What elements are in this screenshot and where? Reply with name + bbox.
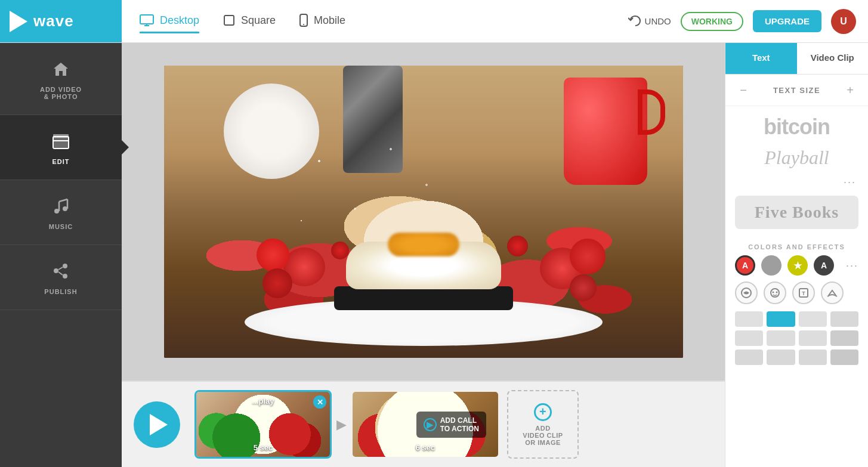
svg-point-15 xyxy=(63,264,67,268)
square-icon xyxy=(223,14,235,26)
sidebar-item-edit[interactable]: EDIT xyxy=(0,115,122,180)
color-cell-2-1[interactable] xyxy=(767,350,795,365)
avatar: U xyxy=(831,9,856,34)
color-red-swatch[interactable]: A xyxy=(735,255,755,276)
berry-left-3 xyxy=(262,268,292,298)
svg-point-22 xyxy=(773,292,774,293)
color-cell-2-2[interactable] xyxy=(799,350,827,365)
svg-rect-3 xyxy=(224,16,234,25)
font-five-books-selected[interactable]: Five Books xyxy=(735,196,858,229)
sidebar-music-label: MUSIC xyxy=(49,223,73,230)
color-cell-0-3[interactable] xyxy=(830,311,858,327)
music-icon xyxy=(49,194,73,218)
sidebar-item-add[interactable]: ADD VIDEO& PHOTO xyxy=(0,43,122,115)
timeline: ✕ ...play 5 sec ▶ 6 sec ▶ ADD CALLTO ACT… xyxy=(122,381,725,467)
sidebar-item-music[interactable]: MUSIC xyxy=(0,180,122,245)
canvas-area: ✕ ...play 5 sec ▶ 6 sec ▶ ADD CALLTO ACT… xyxy=(122,43,725,467)
color-cell-1-3[interactable] xyxy=(830,330,858,346)
home-icon xyxy=(49,57,73,81)
svg-line-18 xyxy=(58,267,63,270)
colors-section-label: COLORS AND EFFECTS xyxy=(725,237,868,255)
tab-mobile[interactable]: Mobile xyxy=(299,9,345,33)
small-berry-1 xyxy=(331,242,349,259)
add-clip-icon: + xyxy=(534,403,552,421)
svg-rect-6 xyxy=(53,137,69,149)
sidebar-publish-label: PUBLISH xyxy=(44,288,77,295)
undo-label: UNDO xyxy=(645,16,671,26)
color-gray-swatch[interactable] xyxy=(761,255,781,276)
lace-object xyxy=(224,83,319,179)
font-five-books-label: Five Books xyxy=(735,203,858,222)
colors-row: A ★ A ··· xyxy=(725,255,868,282)
red-mug-object xyxy=(564,78,647,185)
svg-point-16 xyxy=(63,274,67,279)
font-playball[interactable]: Playball xyxy=(735,147,858,169)
berry-right-2 xyxy=(570,239,606,274)
canvas-viewport xyxy=(122,43,725,381)
tray-object xyxy=(334,286,513,310)
color-yellow-swatch[interactable]: ★ xyxy=(787,255,808,276)
text-size-decrease-button[interactable]: − xyxy=(735,82,752,98)
tab-text[interactable]: Text xyxy=(725,43,797,74)
font-more-ellipsis[interactable]: ··· xyxy=(844,176,856,188)
svg-rect-0 xyxy=(140,15,153,24)
effect-btn-4[interactable] xyxy=(821,282,844,304)
top-bar: wave Desktop Square Mobile UNDO WORKING … xyxy=(0,0,868,43)
add-clip-button[interactable]: + ADDVIDEO CLIPOR IMAGE xyxy=(507,390,579,459)
color-cell-1-0[interactable] xyxy=(735,330,763,346)
tab-video-clip[interactable]: Video Clip xyxy=(797,43,869,74)
effect-btn-3[interactable]: T xyxy=(792,282,815,304)
font-more-row: ··· xyxy=(735,176,858,188)
text-size-row: − TEXT SIZE + xyxy=(725,75,868,106)
color-cell-0-2[interactable] xyxy=(799,311,827,327)
logo-icon xyxy=(10,11,27,32)
monitor-icon xyxy=(140,14,154,26)
svg-point-17 xyxy=(54,268,58,273)
color-cell-0-0[interactable] xyxy=(735,311,763,327)
effect-btn-2[interactable] xyxy=(764,282,786,304)
grater-object xyxy=(343,66,403,173)
clip-1[interactable]: ✕ ...play 5 sec xyxy=(194,390,332,459)
color-cell-0-1[interactable] xyxy=(767,311,795,327)
clip-1-duration: 5 sec xyxy=(254,443,273,452)
sidebar-arrow xyxy=(121,139,129,156)
font-bitcoin[interactable]: bitcoin xyxy=(735,115,858,140)
tab-desktop[interactable]: Desktop xyxy=(140,10,199,33)
clip-2[interactable]: 6 sec ▶ ADD CALLTO ACTION xyxy=(351,390,500,459)
sidebar: ADD VIDEO& PHOTO EDIT MUSIC PUBLISH xyxy=(0,43,122,467)
clip-2-duration: 6 sec xyxy=(416,443,435,452)
play-button[interactable] xyxy=(134,401,180,448)
color-cell-2-3[interactable] xyxy=(830,350,858,365)
svg-line-13 xyxy=(59,199,67,202)
small-berry-2 xyxy=(507,236,528,256)
tab-square[interactable]: Square xyxy=(223,10,276,33)
logo-area: wave xyxy=(0,0,122,42)
clip-arrow: ▶ xyxy=(332,417,351,432)
color-cell-1-2[interactable] xyxy=(799,330,827,346)
cta-label: ADD CALLTO ACTION xyxy=(440,416,479,433)
clip-1-label: ...play xyxy=(252,397,274,406)
color-cell-1-1[interactable] xyxy=(767,330,795,346)
logo-text: wave xyxy=(33,12,74,30)
effect-btn-1[interactable] xyxy=(735,282,758,304)
add-cta-button[interactable]: ▶ ADD CALLTO ACTION xyxy=(416,412,486,438)
svg-point-23 xyxy=(776,292,778,293)
undo-button[interactable]: UNDO xyxy=(628,15,671,28)
clapperboard-icon xyxy=(49,129,73,153)
right-panel: Text Video Clip − TEXT SIZE + bitcoin Pl… xyxy=(725,43,868,467)
berry-left-2 xyxy=(257,239,289,271)
main-content: ADD VIDEO& PHOTO EDIT MUSIC PUBLISH xyxy=(0,43,868,467)
color-cell-2-0[interactable] xyxy=(735,350,763,365)
add-clip-label: ADDVIDEO CLIPOR IMAGE xyxy=(523,425,563,446)
effects-ellipsis[interactable]: ··· xyxy=(846,259,858,272)
color-dark-swatch[interactable]: A xyxy=(814,255,834,276)
font-options: bitcoin Playball ··· Five Books xyxy=(725,106,868,237)
clip-1-close-button[interactable]: ✕ xyxy=(313,395,326,409)
effects-row: T xyxy=(725,282,868,311)
sidebar-item-publish[interactable]: PUBLISH xyxy=(0,245,122,310)
text-size-increase-button[interactable]: + xyxy=(842,82,858,98)
sidebar-add-label: ADD VIDEO& PHOTO xyxy=(40,86,82,100)
svg-line-19 xyxy=(58,272,63,275)
upgrade-button[interactable]: UPGRADE xyxy=(753,10,821,32)
share-icon xyxy=(49,259,73,283)
